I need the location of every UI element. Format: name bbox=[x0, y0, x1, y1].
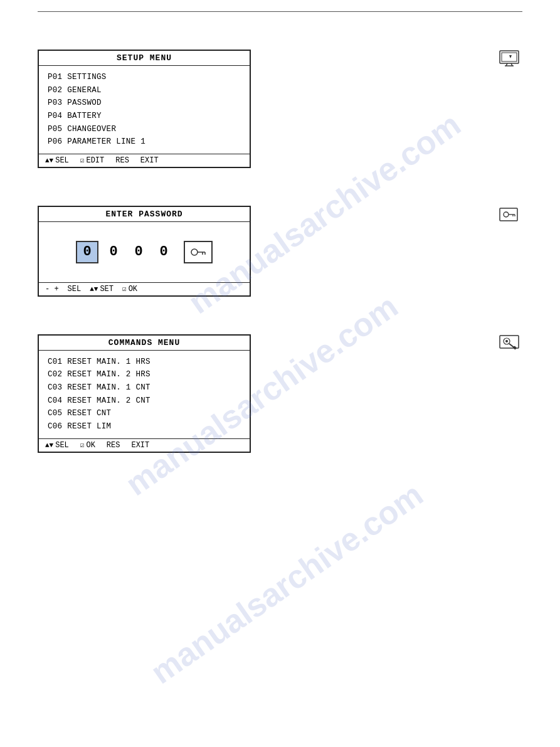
key-small-icon bbox=[189, 245, 208, 259]
commands-menu-title: COMMANDS MENU bbox=[39, 336, 250, 351]
svg-point-17 bbox=[505, 340, 508, 342]
setup-menu-box: SETUP MENU P01 SETTINGS P02 GENERAL P03 … bbox=[38, 50, 251, 168]
commands-ok-button[interactable]: ☑ OK bbox=[80, 441, 95, 450]
ok-button[interactable]: ☑ OK bbox=[122, 285, 137, 294]
list-item: C05 RESET CNT bbox=[48, 407, 241, 420]
list-item: C02 RESET MAIN. 2 HRS bbox=[48, 368, 241, 381]
digit-0[interactable]: 0 bbox=[76, 241, 98, 263]
password-key-icon-box bbox=[184, 241, 213, 263]
commands-sel-button[interactable]: ▲▼ SEL bbox=[45, 441, 69, 450]
setup-icon bbox=[499, 50, 522, 67]
password-body: 0 0 0 0 bbox=[39, 222, 250, 282]
digit-2: 0 bbox=[129, 244, 149, 260]
commands-section-icon bbox=[499, 334, 522, 355]
commands-res-label: RES bbox=[107, 441, 120, 450]
commands-sel-label: SEL bbox=[55, 441, 69, 450]
password-section-icon bbox=[499, 206, 522, 226]
list-item: P04 BATTERY bbox=[48, 110, 241, 123]
svg-point-11 bbox=[191, 249, 198, 255]
password-footer: - + SEL ▲▼ SET ☑ OK bbox=[39, 282, 250, 295]
minus-plus-button[interactable]: - + bbox=[45, 285, 59, 294]
key-icon bbox=[499, 206, 522, 223]
res-button[interactable]: RES bbox=[115, 156, 129, 165]
list-item: C01 RESET MAIN. 1 HRS bbox=[48, 356, 241, 369]
list-item: C04 RESET MAIN. 2 CNT bbox=[48, 395, 241, 408]
password-sel-label: SEL bbox=[68, 285, 82, 294]
commands-ok-label: OK bbox=[86, 441, 95, 450]
ok-label: OK bbox=[129, 285, 137, 294]
setup-menu-section: SETUP MENU P01 SETTINGS P02 GENERAL P03 … bbox=[38, 50, 522, 168]
setup-section-icon bbox=[499, 50, 522, 70]
password-title: ENTER PASSWORD bbox=[39, 207, 250, 222]
commands-res-button[interactable]: RES bbox=[107, 441, 120, 450]
edit-label: EDIT bbox=[86, 156, 104, 165]
digit-3: 0 bbox=[154, 244, 174, 260]
commands-arrow-icon: ▲▼ bbox=[45, 442, 53, 449]
list-item: P03 PASSWOD bbox=[48, 97, 241, 110]
page-content: SETUP MENU P01 SETTINGS P02 GENERAL P03 … bbox=[0, 12, 560, 509]
list-item: P05 CHANGEOVER bbox=[48, 123, 241, 136]
setup-menu-footer: ▲▼ SEL ☑ EDIT RES EXIT bbox=[39, 154, 250, 167]
password-box: ENTER PASSWORD 0 0 0 0 bbox=[38, 206, 251, 297]
check-icon: ☑ bbox=[80, 156, 85, 164]
set-arrow-icon: ▲▼ bbox=[90, 285, 98, 293]
set-label: SET bbox=[100, 285, 114, 294]
commands-menu-footer: ▲▼ SEL ☑ OK RES EXIT bbox=[39, 438, 250, 452]
exit-button[interactable]: EXIT bbox=[140, 156, 159, 165]
digit-1: 0 bbox=[103, 244, 124, 260]
edit-button[interactable]: ☑ EDIT bbox=[80, 156, 104, 165]
svg-marker-5 bbox=[509, 55, 512, 58]
svg-point-7 bbox=[504, 212, 509, 217]
setup-menu-title: SETUP MENU bbox=[39, 51, 250, 66]
list-item: P06 PARAMETER LINE 1 bbox=[48, 135, 241, 149]
commands-exit-label: EXIT bbox=[131, 441, 149, 450]
setup-menu-items: P01 SETTINGS P02 GENERAL P03 PASSWOD P04… bbox=[39, 66, 250, 154]
sel-label: SEL bbox=[55, 156, 69, 165]
password-section: ENTER PASSWORD 0 0 0 0 bbox=[38, 206, 522, 297]
commands-exit-button[interactable]: EXIT bbox=[131, 441, 149, 450]
ok-check-icon: ☑ bbox=[122, 285, 127, 293]
commands-menu-items: C01 RESET MAIN. 1 HRS C02 RESET MAIN. 2 … bbox=[39, 351, 250, 438]
up-down-arrow-icon: ▲▼ bbox=[45, 157, 53, 164]
exit-label: EXIT bbox=[140, 156, 159, 165]
commands-menu-box: COMMANDS MENU C01 RESET MAIN. 1 HRS C02 … bbox=[38, 334, 251, 453]
res-label: RES bbox=[115, 156, 129, 165]
minus-plus-label: - + bbox=[45, 285, 59, 294]
commands-icon bbox=[499, 334, 522, 352]
svg-rect-15 bbox=[500, 336, 519, 348]
commands-menu-section: COMMANDS MENU C01 RESET MAIN. 1 HRS C02 … bbox=[38, 334, 522, 453]
sel-button[interactable]: ▲▼ SEL bbox=[45, 156, 69, 165]
list-item: P01 SETTINGS bbox=[48, 71, 241, 84]
list-item: C06 RESET LIM bbox=[48, 420, 241, 433]
password-sel-button[interactable]: SEL bbox=[68, 285, 82, 294]
list-item: P02 GENERAL bbox=[48, 84, 241, 97]
list-item: C03 RESET MAIN. 1 CNT bbox=[48, 381, 241, 395]
svg-rect-1 bbox=[502, 53, 517, 61]
set-button[interactable]: ▲▼ SET bbox=[90, 285, 114, 294]
commands-check-icon: ☑ bbox=[80, 441, 85, 449]
